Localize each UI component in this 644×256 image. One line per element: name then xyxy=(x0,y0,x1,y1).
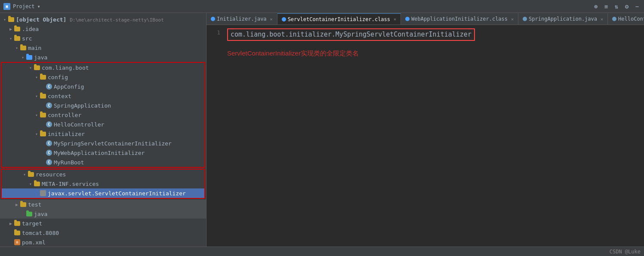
comliang-label: com.liang.boot xyxy=(42,65,89,71)
tree-item-metainf[interactable]: ▾ META-INF.services xyxy=(2,179,204,188)
tab-close-springapp[interactable]: ✕ xyxy=(601,17,603,22)
config-label: config xyxy=(48,74,68,80)
pomxml-file-icon: m xyxy=(14,239,21,246)
arrow-src: ▾ xyxy=(8,35,14,41)
tab-label-servlet: ServletContainerInitializer.class xyxy=(288,16,390,22)
springapp-class-icon: C xyxy=(46,102,52,109)
editor-content: 1 com.liang.boot.initializer.MySpringSer… xyxy=(206,25,644,247)
sort-icon[interactable]: ⇅ xyxy=(613,3,620,10)
tree-item-appconfig[interactable]: ▶ C AppConfig xyxy=(2,82,204,91)
tree-item-myspring[interactable]: ▶ C MySpringServletContainerInitializer xyxy=(2,139,204,148)
tree-item-main[interactable]: ▾ main xyxy=(0,43,206,52)
tree-item-pomxml[interactable]: ▶ m pom.xml xyxy=(0,237,206,247)
settings-icon[interactable]: ⚙ xyxy=(623,3,630,10)
arrow-config: ▾ xyxy=(34,74,40,80)
project-label[interactable]: Project xyxy=(13,3,35,9)
controller-label: controller xyxy=(48,112,81,118)
tree-item-config[interactable]: ▾ config xyxy=(2,72,204,82)
tab-springapplication[interactable]: SpringApplication.java ✕ xyxy=(518,13,608,25)
test-folder-icon xyxy=(20,201,27,208)
arrow-controller: ▾ xyxy=(34,112,40,118)
src-folder-icon xyxy=(14,35,21,42)
config-folder-icon xyxy=(40,74,46,80)
tab-dot-servlet xyxy=(282,17,286,22)
myspring-class-icon: C xyxy=(46,140,52,147)
tree-item-src[interactable]: ▾ src xyxy=(0,34,206,43)
tab-servletcontainer[interactable]: ServletContainerInitializer.class ✕ xyxy=(277,13,401,25)
editor-tabs: Initializer.java ✕ ServletContainerIniti… xyxy=(206,13,644,25)
tab-label-initializer: Initializer.java xyxy=(217,16,267,22)
metainf-folder-icon xyxy=(34,180,40,187)
tab-webappinitializer[interactable]: WebApplicationInitializer.class ✕ xyxy=(401,13,518,25)
context-label: context xyxy=(48,93,71,99)
tree-item-target[interactable]: ▶ target xyxy=(0,219,206,228)
tomcat-label: tomcat.8080 xyxy=(22,230,59,236)
tree-item-comliang[interactable]: ▾ com.liang.boot xyxy=(2,63,204,72)
target-icon[interactable]: ⊕ xyxy=(592,3,599,10)
arrow-metainf: ▾ xyxy=(28,181,34,187)
src-label: src xyxy=(22,35,32,42)
arrow-initializer: ▾ xyxy=(34,131,40,137)
tree-item-springapp[interactable]: ▶ C SpringApplication xyxy=(2,101,204,110)
arrow-test: ▶ xyxy=(14,201,20,207)
tab-hellocontroller[interactable]: HelloController.java ✕ xyxy=(608,13,644,25)
sidebar: ▾ [object Object] D:\me\architect-stage-… xyxy=(0,13,206,247)
tree-item-initializer[interactable]: ▾ initializer xyxy=(2,129,204,139)
tab-dot-springapp xyxy=(523,17,527,21)
tree-item-test[interactable]: ▶ test xyxy=(0,200,206,209)
myrunboot-class-icon: C xyxy=(46,159,52,166)
context-folder-icon xyxy=(40,93,46,99)
tree-item-idea[interactable]: ▶ .idea xyxy=(0,24,206,34)
pomxml-label: pom.xml xyxy=(22,239,46,246)
bottom-bar: CSDN @Luke xyxy=(0,247,644,256)
tree-item-java[interactable]: ▾ java xyxy=(0,52,206,62)
red-box-resources: ▾ resources ▾ META-INF.services xyxy=(1,169,205,199)
javaxservlet-label: javax.servlet.ServletContainerInitialize… xyxy=(48,190,186,197)
iboot-folder-icon xyxy=(8,16,15,23)
target-folder-icon xyxy=(14,220,21,227)
dropdown-arrow[interactable]: ▾ xyxy=(37,3,40,9)
testjava-label: java xyxy=(34,211,47,217)
red-box-top: ▾ com.liang.boot ▾ config xyxy=(1,62,205,168)
tree-item-iboot[interactable]: ▾ [object Object] D:\me\architect-stage-… xyxy=(0,15,206,24)
resources-label: resources xyxy=(36,171,66,178)
tree-item-javaxservlet[interactable]: ▶ javax.servlet.ServletContainerInitiali… xyxy=(2,188,204,198)
target-label: target xyxy=(22,220,42,227)
tab-dot-webappinit xyxy=(405,17,410,21)
code-highlighted-box: com.liang.boot.initializer.MySpringServl… xyxy=(227,28,475,41)
arrow-idea: ▶ xyxy=(8,26,14,32)
tab-initializer[interactable]: Initializer.java ✕ xyxy=(206,13,277,25)
initializer-folder-icon xyxy=(40,130,46,137)
tree-item-tomcat[interactable]: ▶ tomcat.8080 xyxy=(0,228,206,237)
tab-dot-hello xyxy=(612,17,616,21)
tree-item-context[interactable]: ▾ context xyxy=(2,91,204,101)
tree-item-resources[interactable]: ▾ resources xyxy=(2,170,204,179)
tab-close-webappinit[interactable]: ✕ xyxy=(511,17,514,22)
arrow-target: ▶ xyxy=(8,220,14,226)
tree-container[interactable]: ▾ [object Object] D:\me\architect-stage-… xyxy=(0,13,206,247)
arrow-context: ▾ xyxy=(34,93,40,99)
tab-dot-initializer xyxy=(211,17,215,21)
tree-item-controller[interactable]: ▾ controller xyxy=(2,110,204,120)
code-line-1: com.liang.boot.initializer.MySpringServl… xyxy=(227,28,644,41)
watermark: CSDN @Luke xyxy=(610,249,641,255)
arrow-comliang: ▾ xyxy=(28,65,34,71)
title-bar-left: ▣ Project ▾ xyxy=(3,3,40,10)
main-folder-icon xyxy=(20,44,27,51)
tree-item-hellocontroller[interactable]: ▶ C HelloController xyxy=(2,120,204,129)
tree-item-testjava[interactable]: ▶ java xyxy=(0,209,206,219)
minimize-icon[interactable]: − xyxy=(634,3,641,10)
tree-item-myweb[interactable]: ▶ C MyWebApplicationInitializer xyxy=(2,148,204,157)
arrow-iboot: ▾ xyxy=(2,16,8,22)
line-numbers: 1 xyxy=(206,28,224,37)
testjava-folder-icon xyxy=(26,210,33,217)
tree-item-myrunboot[interactable]: ▶ C MyRunBoot xyxy=(2,157,204,167)
comliang-folder-icon xyxy=(34,64,40,71)
hello-class-icon: C xyxy=(46,121,52,128)
tab-close-initializer[interactable]: ✕ xyxy=(270,17,273,22)
arrow-java: ▾ xyxy=(20,54,26,60)
title-bar: ▣ Project ▾ ⊕ ≡ ⇅ ⚙ − xyxy=(0,0,644,13)
list-icon[interactable]: ≡ xyxy=(603,3,610,10)
myweb-label: MyWebApplicationInitializer xyxy=(54,150,145,156)
tab-close-servlet[interactable]: ✕ xyxy=(394,17,396,22)
